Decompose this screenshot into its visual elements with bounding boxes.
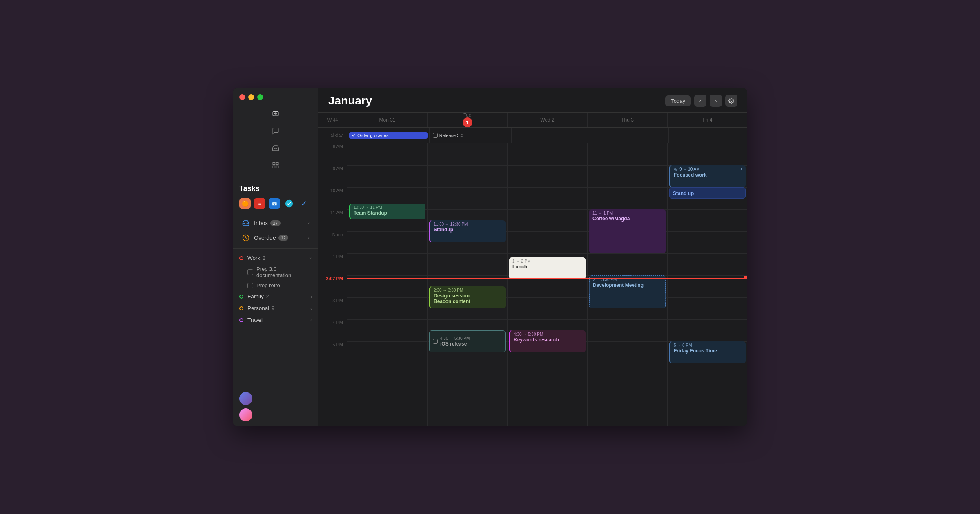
avatar-1-img (239, 392, 252, 405)
avatar-2[interactable] (239, 408, 252, 421)
hour-line (588, 165, 667, 166)
nav-next-button[interactable]: › (710, 95, 722, 107)
maximize-button[interactable] (257, 94, 263, 100)
app-window: Tasks 🟠 ≡ 📧 ✓ Inbox 27 ‹ Overdue 12 ‹ (233, 88, 747, 426)
list-item-work[interactable]: Work 2 ∨ (233, 253, 318, 264)
svg-point-11 (675, 168, 677, 171)
event-time: 11 → 1 PM (592, 211, 662, 215)
app-icon-outlook[interactable]: 📧 (269, 198, 280, 209)
hour-line (508, 231, 587, 232)
personal-dot (239, 306, 243, 310)
event-time: 1 → 2 PM (512, 259, 582, 264)
personal-chevron: ‹ (310, 306, 312, 311)
hour-line (668, 297, 747, 298)
allday-row: all-day Order groceries Release 3.0 (318, 128, 747, 143)
family-label: Family (247, 293, 264, 299)
event-standup-tue[interactable]: 11:30 → 12:30 PM Standup (429, 220, 506, 242)
overdue-label: Overdue (254, 235, 276, 241)
list-item-travel[interactable]: Travel ‹ (233, 315, 318, 326)
list-item-personal[interactable]: Personal 9 ‹ (233, 303, 318, 314)
week-label: W 44 (318, 113, 347, 127)
list-item-family[interactable]: Family 2 ‹ (233, 291, 318, 302)
day-col-wed[interactable]: 1 → 2 PM Lunch 4:30 → 5:30 PM Keywords r… (507, 143, 587, 426)
traffic-lights (233, 88, 318, 105)
hour-line (347, 275, 427, 276)
inbox-chevron: ‹ (308, 221, 310, 226)
day-col-mon[interactable]: 10:30 → 11 PM Team Standup (347, 143, 427, 426)
event-team-standup[interactable]: 10:30 → 11 PM Team Standup (349, 204, 425, 219)
inbox-nav-item[interactable]: Inbox 27 ‹ (235, 216, 316, 230)
hour-line (668, 231, 747, 232)
event-coffee[interactable]: 11 → 1 PM Coffee w/Magda (589, 209, 666, 253)
inbox-icon[interactable] (270, 142, 281, 154)
task-prep-docs[interactable]: Prep 3.0 documentation (233, 264, 318, 280)
hour-line (508, 165, 587, 166)
time-8am: 8 AM (318, 143, 347, 165)
hour-line (668, 253, 747, 254)
avatar-1[interactable] (239, 392, 252, 405)
day-col-tue[interactable]: 11:30 → 12:30 PM Standup 2:30 → 3:30 PM … (427, 143, 507, 426)
overdue-nav-item[interactable]: Overdue 12 ‹ (235, 231, 316, 245)
allday-event-release[interactable]: Release 3.0 (431, 132, 465, 139)
hour-line (508, 209, 587, 210)
event-time: 2 → 3:30 PM (593, 277, 662, 282)
event-title: Design session:Beacon content (434, 293, 502, 304)
svg-point-10 (675, 168, 677, 170)
event-title: Development Meeting (593, 282, 662, 288)
event-dev-meeting[interactable]: 2 → 3:30 PM Development Meeting (589, 275, 666, 308)
day-col-fri[interactable]: 9 → 10 AM • Focused work Stand up 5 → 6 … (667, 143, 747, 426)
event-lunch[interactable]: 1 → 2 PM Lunch (509, 257, 586, 279)
event-standup-fri[interactable]: Stand up (669, 187, 746, 199)
event-time: 4:30 → 5:30 PM (440, 336, 470, 341)
app-icon-check[interactable]: ✓ (298, 198, 310, 209)
day-header-fri: Fri 4 (667, 113, 747, 127)
task-checkbox-1[interactable] (247, 269, 253, 275)
day-col-thu[interactable]: 11 → 1 PM Coffee w/Magda 2 → 3:30 PM Dev… (587, 143, 667, 426)
hour-line (347, 231, 427, 232)
task-prep-retro[interactable]: Prep retro (233, 280, 318, 290)
allday-cell-tue: Release 3.0 (429, 128, 511, 143)
event-time: 11:30 → 12:30 PM (434, 222, 502, 226)
hour-line (347, 165, 427, 166)
event-ios-release[interactable]: 4:30 → 5:30 PM iOS release (429, 330, 506, 352)
day-header-thu: Thu 3 (587, 113, 667, 127)
overdue-chevron: ‹ (308, 235, 310, 240)
standup-label: Stand up (673, 191, 694, 196)
nav-prev-button[interactable]: ‹ (694, 95, 706, 107)
ios-checkbox[interactable] (433, 339, 438, 344)
event-focused-work[interactable]: 9 → 10 AM • Focused work (669, 165, 746, 187)
time-11am: 11 AM (318, 209, 347, 231)
time-labels: 8 AM 9 AM 10 AM 11 AM Noon 1 PM 2:07 PM … (318, 143, 347, 426)
settings-button[interactable] (725, 95, 737, 107)
event-title: Coffee w/Magda (592, 216, 662, 222)
app-icon-ticktick[interactable] (283, 198, 295, 209)
task-checkbox-2[interactable] (247, 283, 253, 288)
messages-icon[interactable] (270, 125, 281, 137)
app-icon-things[interactable]: 🟠 (239, 198, 251, 209)
work-chevron: ∨ (309, 255, 312, 261)
event-design-session[interactable]: 2:30 → 3:30 PM Design session:Beacon con… (429, 286, 506, 308)
time-body[interactable]: 8 AM 9 AM 10 AM 11 AM Noon 1 PM 2:07 PM … (318, 143, 747, 426)
time-10am: 10 AM (318, 187, 347, 209)
hour-line (428, 275, 507, 276)
allday-label: all-day (318, 128, 347, 143)
travel-dot (239, 318, 243, 322)
app-icons-row: 🟠 ≡ 📧 ✓ (233, 196, 318, 216)
allday-cell-thu (590, 128, 668, 143)
today-button[interactable]: Today (665, 95, 691, 106)
sidebar: Tasks 🟠 ≡ 📧 ✓ Inbox 27 ‹ Overdue 12 ‹ (233, 88, 318, 426)
close-button[interactable] (239, 94, 245, 100)
event-title: Lunch (512, 264, 582, 270)
tasks-icon[interactable] (270, 108, 281, 120)
app-icon-todoist[interactable]: ≡ (254, 198, 265, 209)
allday-event-groceries[interactable]: Order groceries (349, 132, 428, 139)
event-friday-focus[interactable]: 5 → 6 PM Friday Focus Time (669, 341, 746, 363)
board-icon[interactable] (270, 160, 281, 171)
event-time: 10:30 → 11 PM (354, 205, 422, 210)
minimize-button[interactable] (248, 94, 254, 100)
tasks-title: Tasks (233, 179, 318, 196)
event-keywords[interactable]: 4:30 → 5:30 PM Keywords research (509, 330, 586, 352)
allday-cell-wed (511, 128, 590, 143)
calendar-title: January (328, 94, 372, 107)
hour-line (347, 319, 427, 320)
